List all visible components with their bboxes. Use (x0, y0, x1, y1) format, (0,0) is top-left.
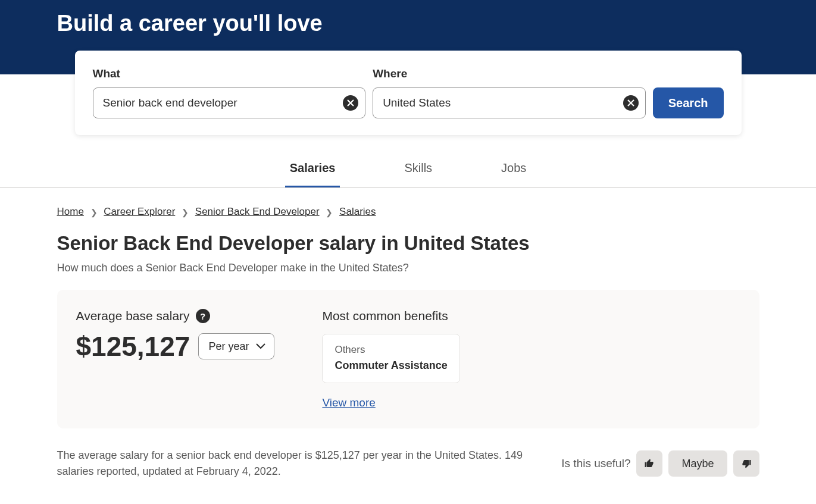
chevron-right-icon: ❯ (90, 208, 98, 217)
search-button[interactable]: Search (653, 87, 724, 118)
chevron-down-icon (256, 343, 265, 349)
what-label: What (93, 67, 366, 80)
useful-label: Is this useful? (561, 457, 630, 470)
search-card: What Where (75, 51, 742, 135)
period-value: Per year (208, 340, 249, 353)
breadcrumb: Home ❯ Career Explorer ❯ Senior Back End… (57, 206, 759, 218)
tab-skills[interactable]: Skills (399, 152, 437, 187)
avg-salary-label: Average base salary (76, 309, 190, 323)
thumbs-down-button[interactable] (733, 450, 759, 477)
page-subtitle: How much does a Senior Back End Develope… (57, 262, 759, 274)
benefits-label: Most common benefits (322, 309, 740, 323)
benefit-name: Commuter Assistance (334, 358, 447, 373)
period-select[interactable]: Per year (198, 333, 274, 359)
clear-what-button[interactable] (343, 95, 358, 111)
breadcrumb-explorer[interactable]: Career Explorer (104, 206, 175, 217)
where-input[interactable] (373, 87, 646, 118)
benefit-category: Others (334, 344, 447, 356)
maybe-button[interactable]: Maybe (668, 450, 727, 477)
where-label: Where (373, 67, 646, 80)
salary-card: Average base salary ? $125,127 Per year … (57, 290, 759, 428)
benefit-item: Others Commuter Assistance (322, 334, 459, 383)
breadcrumb-current[interactable]: Salaries (339, 206, 376, 217)
breadcrumb-role[interactable]: Senior Back End Developer (195, 206, 320, 217)
close-icon (627, 99, 634, 107)
tabs-container: Salaries Skills Jobs (0, 152, 816, 188)
tab-salaries[interactable]: Salaries (285, 152, 340, 187)
close-icon (347, 99, 354, 107)
summary-text: The average salary for a senior back end… (57, 447, 538, 480)
clear-where-button[interactable] (623, 95, 639, 111)
salary-amount: $125,127 (76, 330, 190, 362)
view-more-link[interactable]: View more (322, 396, 740, 409)
useful-group: Is this useful? Maybe (561, 450, 759, 477)
help-icon[interactable]: ? (196, 309, 210, 323)
chevron-right-icon: ❯ (182, 208, 189, 217)
hero-title: Build a career you'll love (57, 0, 759, 51)
thumbs-up-button[interactable] (636, 450, 662, 477)
thumbs-down-icon (741, 458, 752, 469)
breadcrumb-home[interactable]: Home (57, 206, 84, 217)
hero-banner: Build a career you'll love What Wh (0, 0, 816, 74)
page-title: Senior Back End Developer salary in Unit… (57, 232, 759, 255)
what-input[interactable] (93, 87, 366, 118)
tab-jobs[interactable]: Jobs (496, 152, 531, 187)
thumbs-up-icon (644, 458, 655, 469)
chevron-right-icon: ❯ (326, 208, 333, 217)
